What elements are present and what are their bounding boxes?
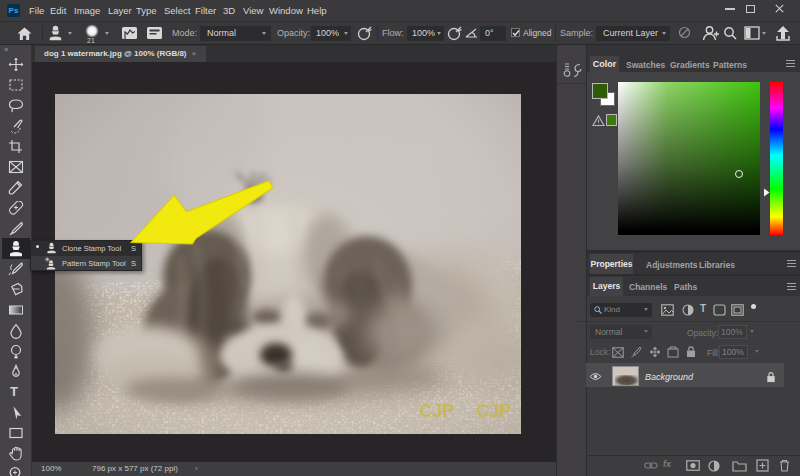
svg-text:CJP: CJP: [419, 401, 454, 421]
svg-text:CJP: CJP: [476, 401, 511, 421]
